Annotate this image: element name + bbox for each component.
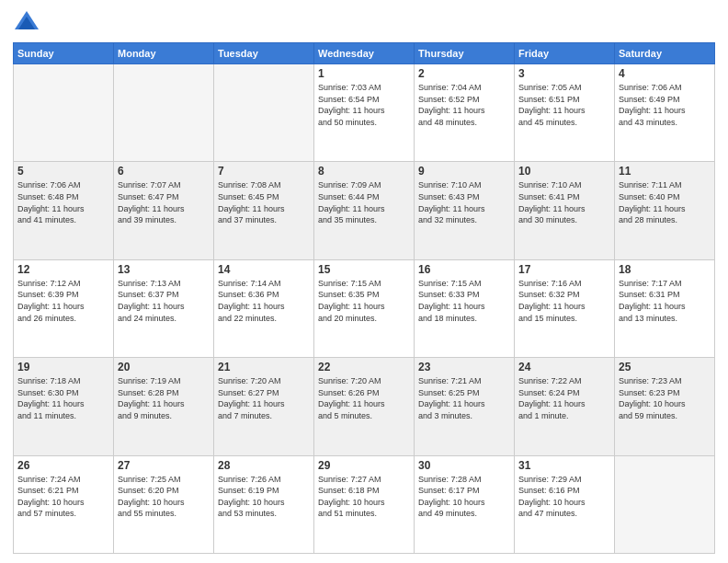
calendar-cell (214, 64, 314, 162)
calendar-week-row: 5Sunrise: 7:06 AM Sunset: 6:48 PM Daylig… (14, 162, 715, 259)
weekday-header-saturday: Saturday (615, 43, 715, 64)
day-number: 26 (17, 459, 109, 472)
calendar-cell: 2Sunrise: 7:04 AM Sunset: 6:52 PM Daylig… (415, 64, 515, 162)
day-info: Sunrise: 7:24 AM Sunset: 6:21 PM Dayligh… (17, 474, 109, 520)
day-info: Sunrise: 7:03 AM Sunset: 6:54 PM Dayligh… (318, 82, 410, 128)
day-info: Sunrise: 7:28 AM Sunset: 6:17 PM Dayligh… (418, 474, 510, 520)
day-number: 30 (418, 459, 510, 472)
day-info: Sunrise: 7:18 AM Sunset: 6:30 PM Dayligh… (17, 375, 109, 421)
day-number: 24 (518, 361, 610, 373)
day-number: 18 (619, 263, 711, 276)
day-info: Sunrise: 7:10 AM Sunset: 6:43 PM Dayligh… (418, 179, 510, 225)
day-info: Sunrise: 7:20 AM Sunset: 6:27 PM Dayligh… (218, 375, 310, 421)
weekday-header-sunday: Sunday (14, 43, 114, 64)
day-info: Sunrise: 7:05 AM Sunset: 6:51 PM Dayligh… (518, 82, 610, 128)
day-info: Sunrise: 7:29 AM Sunset: 6:16 PM Dayligh… (518, 474, 610, 520)
calendar-cell (615, 455, 715, 553)
weekday-header-thursday: Thursday (415, 43, 515, 64)
day-info: Sunrise: 7:06 AM Sunset: 6:49 PM Dayligh… (619, 82, 711, 128)
calendar-cell: 28Sunrise: 7:26 AM Sunset: 6:19 PM Dayli… (214, 455, 314, 553)
calendar-cell: 5Sunrise: 7:06 AM Sunset: 6:48 PM Daylig… (14, 162, 114, 259)
calendar-cell: 22Sunrise: 7:20 AM Sunset: 6:26 PM Dayli… (314, 358, 415, 455)
day-number: 14 (218, 263, 310, 276)
day-number: 27 (118, 459, 210, 472)
calendar-cell (14, 64, 114, 162)
weekday-header-wednesday: Wednesday (314, 43, 415, 64)
calendar-cell: 16Sunrise: 7:15 AM Sunset: 6:33 PM Dayli… (415, 259, 515, 357)
day-info: Sunrise: 7:26 AM Sunset: 6:19 PM Dayligh… (218, 474, 310, 520)
logo (13, 9, 44, 37)
day-number: 10 (518, 165, 610, 178)
day-info: Sunrise: 7:15 AM Sunset: 6:35 PM Dayligh… (318, 278, 410, 324)
calendar-cell: 15Sunrise: 7:15 AM Sunset: 6:35 PM Dayli… (314, 259, 415, 357)
day-info: Sunrise: 7:11 AM Sunset: 6:40 PM Dayligh… (619, 179, 711, 225)
calendar-cell: 12Sunrise: 7:12 AM Sunset: 6:39 PM Dayli… (14, 259, 114, 357)
day-info: Sunrise: 7:19 AM Sunset: 6:28 PM Dayligh… (118, 375, 210, 421)
calendar-cell: 11Sunrise: 7:11 AM Sunset: 6:40 PM Dayli… (615, 162, 715, 259)
header (13, 9, 715, 37)
calendar-cell: 23Sunrise: 7:21 AM Sunset: 6:25 PM Dayli… (415, 358, 515, 455)
calendar-cell: 6Sunrise: 7:07 AM Sunset: 6:47 PM Daylig… (114, 162, 214, 259)
calendar-cell: 9Sunrise: 7:10 AM Sunset: 6:43 PM Daylig… (415, 162, 515, 259)
day-number: 2 (418, 67, 510, 80)
day-info: Sunrise: 7:14 AM Sunset: 6:36 PM Dayligh… (218, 278, 310, 324)
day-number: 9 (418, 165, 510, 178)
day-number: 31 (518, 459, 610, 472)
calendar-cell: 29Sunrise: 7:27 AM Sunset: 6:18 PM Dayli… (314, 455, 415, 553)
day-number: 12 (17, 263, 109, 276)
day-number: 19 (17, 361, 109, 373)
day-number: 15 (318, 263, 410, 276)
day-info: Sunrise: 7:13 AM Sunset: 6:37 PM Dayligh… (118, 278, 210, 324)
day-number: 5 (17, 165, 109, 178)
day-number: 3 (518, 67, 610, 80)
logo-icon (13, 9, 40, 37)
calendar-cell: 17Sunrise: 7:16 AM Sunset: 6:32 PM Dayli… (515, 259, 615, 357)
calendar-cell: 13Sunrise: 7:13 AM Sunset: 6:37 PM Dayli… (114, 259, 214, 357)
calendar-cell: 18Sunrise: 7:17 AM Sunset: 6:31 PM Dayli… (615, 259, 715, 357)
calendar-table: SundayMondayTuesdayWednesdayThursdayFrid… (13, 42, 715, 554)
calendar-cell: 10Sunrise: 7:10 AM Sunset: 6:41 PM Dayli… (515, 162, 615, 259)
day-number: 29 (318, 459, 410, 472)
day-number: 11 (619, 165, 711, 178)
day-info: Sunrise: 7:06 AM Sunset: 6:48 PM Dayligh… (17, 179, 109, 225)
weekday-header-row: SundayMondayTuesdayWednesdayThursdayFrid… (14, 43, 715, 64)
day-info: Sunrise: 7:09 AM Sunset: 6:44 PM Dayligh… (318, 179, 410, 225)
day-number: 7 (218, 165, 310, 178)
day-number: 1 (318, 67, 410, 80)
day-number: 16 (418, 263, 510, 276)
day-info: Sunrise: 7:27 AM Sunset: 6:18 PM Dayligh… (318, 474, 410, 520)
calendar-week-row: 26Sunrise: 7:24 AM Sunset: 6:21 PM Dayli… (14, 455, 715, 553)
day-info: Sunrise: 7:16 AM Sunset: 6:32 PM Dayligh… (518, 278, 610, 324)
calendar-cell: 1Sunrise: 7:03 AM Sunset: 6:54 PM Daylig… (314, 64, 415, 162)
day-number: 6 (118, 165, 210, 178)
weekday-header-tuesday: Tuesday (214, 43, 314, 64)
day-number: 4 (619, 67, 711, 80)
day-number: 23 (418, 361, 510, 373)
weekday-header-friday: Friday (515, 43, 615, 64)
calendar-cell: 8Sunrise: 7:09 AM Sunset: 6:44 PM Daylig… (314, 162, 415, 259)
calendar-week-row: 1Sunrise: 7:03 AM Sunset: 6:54 PM Daylig… (14, 64, 715, 162)
day-info: Sunrise: 7:23 AM Sunset: 6:23 PM Dayligh… (619, 375, 711, 421)
calendar-cell: 7Sunrise: 7:08 AM Sunset: 6:45 PM Daylig… (214, 162, 314, 259)
day-number: 17 (518, 263, 610, 276)
weekday-header-monday: Monday (114, 43, 214, 64)
calendar-cell: 30Sunrise: 7:28 AM Sunset: 6:17 PM Dayli… (415, 455, 515, 553)
calendar-week-row: 12Sunrise: 7:12 AM Sunset: 6:39 PM Dayli… (14, 259, 715, 357)
calendar-cell (114, 64, 214, 162)
calendar-cell: 4Sunrise: 7:06 AM Sunset: 6:49 PM Daylig… (615, 64, 715, 162)
day-info: Sunrise: 7:12 AM Sunset: 6:39 PM Dayligh… (17, 278, 109, 324)
calendar-cell: 24Sunrise: 7:22 AM Sunset: 6:24 PM Dayli… (515, 358, 615, 455)
day-info: Sunrise: 7:17 AM Sunset: 6:31 PM Dayligh… (619, 278, 711, 324)
day-number: 22 (318, 361, 410, 373)
day-info: Sunrise: 7:20 AM Sunset: 6:26 PM Dayligh… (318, 375, 410, 421)
day-number: 8 (318, 165, 410, 178)
calendar-cell: 26Sunrise: 7:24 AM Sunset: 6:21 PM Dayli… (14, 455, 114, 553)
day-info: Sunrise: 7:04 AM Sunset: 6:52 PM Dayligh… (418, 82, 510, 128)
calendar-cell: 21Sunrise: 7:20 AM Sunset: 6:27 PM Dayli… (214, 358, 314, 455)
calendar-cell: 27Sunrise: 7:25 AM Sunset: 6:20 PM Dayli… (114, 455, 214, 553)
day-info: Sunrise: 7:15 AM Sunset: 6:33 PM Dayligh… (418, 278, 510, 324)
day-number: 20 (118, 361, 210, 373)
day-info: Sunrise: 7:22 AM Sunset: 6:24 PM Dayligh… (518, 375, 610, 421)
day-info: Sunrise: 7:08 AM Sunset: 6:45 PM Dayligh… (218, 179, 310, 225)
calendar-cell: 31Sunrise: 7:29 AM Sunset: 6:16 PM Dayli… (515, 455, 615, 553)
